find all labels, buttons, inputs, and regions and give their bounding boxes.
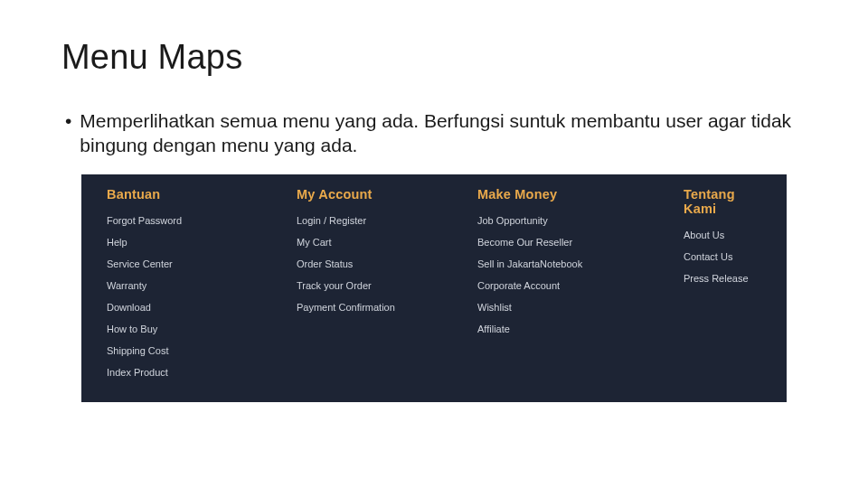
footer-link[interactable]: Sell in JakartaNotebook (477, 254, 684, 276)
footer-link[interactable]: Login / Register (297, 211, 477, 232)
footer-col-makemoney: Make Money Job Opportunity Become Our Re… (477, 187, 684, 384)
footer-link[interactable]: Job Opportunity (477, 211, 684, 232)
footer-link[interactable]: My Cart (297, 232, 477, 254)
footer-link[interactable]: Press Release (684, 268, 761, 290)
footer-link[interactable]: Contact Us (684, 247, 761, 268)
footer-link[interactable]: Download (107, 297, 297, 319)
footer-link[interactable]: Become Our Reseller (477, 232, 684, 254)
footer-link[interactable]: Help (107, 232, 297, 254)
footer-col-heading: Make Money (477, 187, 684, 202)
footer-link[interactable]: About Us (684, 225, 761, 247)
footer-col-myaccount: My Account Login / Register My Cart Orde… (297, 187, 477, 384)
footer-link[interactable]: Track your Order (297, 276, 477, 297)
footer-link[interactable]: Payment Confirmation (297, 297, 477, 319)
slide: Menu Maps • Memperlihatkan semua menu ya… (0, 0, 868, 488)
footer-link[interactable]: How to Buy (107, 319, 297, 341)
footer-col-heading: Bantuan (107, 187, 297, 202)
footer-link[interactable]: Corporate Account (477, 276, 684, 297)
footer-link[interactable]: Index Product (107, 362, 297, 384)
footer-col-heading: My Account (297, 187, 477, 202)
bullet-item: • Memperlihatkan semua menu yang ada. Be… (65, 109, 807, 158)
footer-link[interactable]: Affiliate (477, 319, 684, 341)
footer-link[interactable]: Order Status (297, 254, 477, 276)
footer-link[interactable]: Service Center (107, 254, 297, 276)
slide-title: Menu Maps (61, 38, 807, 77)
footer-link[interactable]: Warranty (107, 276, 297, 297)
bullet-text: Memperlihatkan semua menu yang ada. Berf… (80, 109, 807, 158)
footer-col-heading: Tentang Kami (684, 187, 761, 216)
bullet-dot: • (65, 109, 71, 134)
footer-col-tentangkami: Tentang Kami About Us Contact Us Press R… (684, 187, 761, 384)
footer-link[interactable]: Shipping Cost (107, 341, 297, 362)
footer-columns: Bantuan Forgot Password Help Service Cen… (107, 187, 761, 384)
site-footer-screenshot: Bantuan Forgot Password Help Service Cen… (81, 174, 787, 402)
footer-link[interactable]: Forgot Password (107, 211, 297, 232)
footer-col-bantuan: Bantuan Forgot Password Help Service Cen… (107, 187, 297, 384)
footer-link[interactable]: Wishlist (477, 297, 684, 319)
